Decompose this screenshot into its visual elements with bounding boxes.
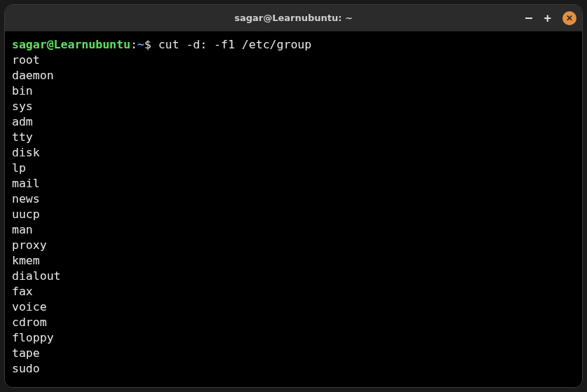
- minimize-button[interactable]: [525, 18, 532, 19]
- titlebar: sagar@Learnubuntu: ~ + ✕: [5, 5, 582, 32]
- terminal-body[interactable]: sagar@Learnubuntu:~$ cut -d: -f1 /etc/gr…: [5, 32, 582, 387]
- output-line: proxy: [12, 238, 575, 253]
- prompt-line: sagar@Learnubuntu:~$ cut -d: -f1 /etc/gr…: [12, 37, 575, 53]
- output-line: sudo: [12, 361, 575, 377]
- output-line: uucp: [12, 207, 575, 222]
- prompt-user-host: sagar@Learnubuntu: [12, 38, 130, 51]
- output-line: bin: [12, 83, 575, 99]
- prompt-path: ~: [137, 38, 144, 51]
- output-line: daemon: [12, 68, 575, 83]
- output-line: dialout: [12, 269, 575, 284]
- output-line: tty: [12, 130, 575, 145]
- window-controls: + ✕: [525, 11, 576, 25]
- output-block: rootdaemonbinsysadmttydisklpmailnewsuucp…: [12, 53, 575, 377]
- prompt-dollar: $: [144, 38, 158, 51]
- output-line: root: [12, 53, 575, 68]
- output-line: news: [12, 191, 575, 207]
- output-line: adm: [12, 114, 575, 130]
- output-line: voice: [12, 299, 575, 315]
- terminal-window: sagar@Learnubuntu: ~ + ✕ sagar@Learnubun…: [4, 4, 583, 388]
- output-line: kmem: [12, 253, 575, 269]
- output-line: man: [12, 222, 575, 238]
- output-line: sys: [12, 99, 575, 114]
- output-line: fax: [12, 284, 575, 299]
- maximize-button[interactable]: +: [544, 12, 551, 25]
- output-line: disk: [12, 145, 575, 161]
- close-button[interactable]: ✕: [562, 11, 576, 25]
- close-icon: ✕: [566, 14, 573, 22]
- output-line: lp: [12, 161, 575, 176]
- prompt-colon: :: [130, 38, 137, 51]
- output-line: cdrom: [12, 315, 575, 330]
- command-text: cut -d: -f1 /etc/group: [158, 38, 312, 51]
- maximize-icon: +: [544, 12, 551, 25]
- output-line: floppy: [12, 330, 575, 346]
- window-title: sagar@Learnubuntu: ~: [234, 13, 353, 23]
- minimize-icon: [525, 18, 532, 19]
- output-line: mail: [12, 176, 575, 191]
- output-line: tape: [12, 346, 575, 361]
